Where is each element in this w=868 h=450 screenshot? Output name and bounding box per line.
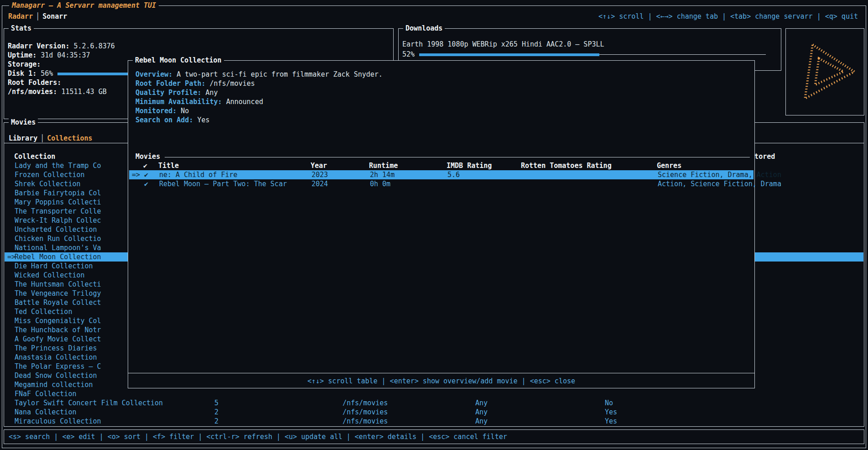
top-help-text: <↑↓> scroll | <←→> change tab | <tab> ch… [598, 12, 858, 21]
app-title: Managarr – A Servarr management TUI [9, 1, 159, 10]
tab-separator: │ [33, 12, 42, 21]
movie-row[interactable]: ✔ Rebel Moon – Part Two: The Scar 2024 0… [129, 179, 754, 188]
modal-field-monitored: Monitored: No [135, 106, 749, 115]
column-header-rotten-tomatoes: Rotten Tomatoes Rating [521, 161, 612, 170]
collection-row[interactable]: Miraculous Collection 2 /nfs/movies Any … [5, 417, 863, 426]
cell-year: 2023 [312, 170, 328, 179]
selection-arrow: => [132, 170, 140, 179]
servarr-tabs: Radarr│Sonarr [8, 12, 67, 21]
modal-help-text: <↑↓> scroll table | <enter> show overvie… [128, 377, 754, 386]
tab-sonarr[interactable]: Sonarr [42, 12, 67, 21]
cell-movie-count: 2 [214, 408, 218, 417]
bottom-help-text: <s> search | <e> edit | <o> sort | <f> f… [9, 432, 507, 441]
tab-radarr[interactable]: Radarr [8, 12, 33, 21]
monitored-check-icon: ✔ [144, 179, 148, 188]
cell-year: 2024 [312, 179, 328, 188]
tab-library[interactable]: Library [9, 134, 37, 142]
bottom-help-bar: <s> search | <e> edit | <o> sort | <f> f… [4, 429, 864, 444]
cell-imdb: 5.6 [447, 170, 460, 179]
movie-row-selected[interactable]: => ✔ ne: A Child of Fire 2023 2h 14m 5.6… [129, 170, 754, 179]
modal-movies-section-title: Movies [135, 152, 160, 161]
collection-row[interactable]: FNaF Collection [5, 389, 863, 398]
modal-field-quality-profile: Quality Profile: Any [135, 88, 749, 97]
managarr-play-logo [786, 29, 864, 115]
modal-table-header: ✔ Title Year Runtime IMDB Rating Rotten … [128, 161, 754, 170]
cell-search-on-add: No [605, 398, 613, 408]
collection-row[interactable]: Taylor Swift Concert Film Collection 5 /… [5, 398, 863, 408]
cell-movie-count: 2 [214, 417, 218, 426]
cell-search-on-add: Yes [605, 408, 617, 417]
column-header-runtime: Runtime [369, 161, 398, 170]
subtab-separator: │ [37, 134, 47, 142]
play-icon [791, 37, 859, 107]
cell-genres: Science Fiction, Drama, Action [658, 170, 781, 179]
column-header-title: Title [158, 161, 179, 170]
column-header-imdb: IMDB Rating [447, 161, 492, 170]
cell-root-folder: /nfs/movies [343, 408, 388, 417]
cell-root-folder: /nfs/movies [343, 398, 388, 408]
logo-panel [785, 28, 864, 115]
tab-collections[interactable]: Collections [47, 134, 92, 142]
monitored-check-icon: ✔ [144, 170, 148, 179]
modal-field-search-on-add: Search on Add: Yes [135, 115, 749, 125]
modal-title: Rebel Moon Collection [133, 56, 224, 65]
download-progress-bar [419, 53, 766, 56]
cell-runtime: 2h 14m [370, 170, 395, 179]
cell-title: ne: A Child of Fire [159, 170, 238, 179]
collection-row[interactable]: Nana Collection 2 /nfs/movies Any Yes [5, 408, 863, 417]
section-divider [165, 157, 750, 157]
cell-title: Rebel Moon – Part Two: The Scar [159, 179, 287, 188]
movies-panel-title: Movies [9, 118, 38, 127]
cell-genres: Action, Science Fiction, Drama [658, 179, 781, 188]
movies-subtabs: Library│Collections [9, 134, 93, 143]
column-header-check: ✔ [143, 161, 147, 170]
download-item-name: Earth 1998 1080p WEBRip x265 Hindi AAC2.… [402, 40, 777, 49]
modal-field-overview: Overview: A two-part sci-fi epic from fi… [135, 70, 749, 79]
download-item-progress: 52% [402, 50, 777, 59]
modal-movies-section: Movies [135, 152, 750, 161]
cell-runtime: 0h 0m [370, 179, 390, 188]
collection-details-modal: Rebel Moon Collection Overview: A two-pa… [128, 60, 755, 388]
downloads-panel-title: Downloads [403, 24, 445, 33]
cell-quality-profile: Any [475, 417, 488, 426]
cell-quality-profile: Any [475, 398, 488, 408]
modal-footer-divider [128, 373, 754, 373]
cell-quality-profile: Any [475, 408, 488, 417]
cell-search-on-add: Yes [605, 417, 617, 426]
cell-movie-count: 5 [214, 398, 218, 408]
stats-panel-title: Stats [9, 24, 34, 33]
column-header-collection: Collection [14, 152, 55, 161]
column-header-genres: Genres [657, 161, 681, 170]
cell-root-folder: /nfs/movies [343, 417, 388, 426]
modal-field-min-availability: Minimum Availability: Announced [135, 97, 749, 106]
column-header-year: Year [311, 161, 327, 170]
stat-version: Radarr Version: 5.2.6.8376 [8, 42, 390, 51]
modal-field-root-folder: Root Folder Path: /nfs/movies [135, 79, 749, 88]
